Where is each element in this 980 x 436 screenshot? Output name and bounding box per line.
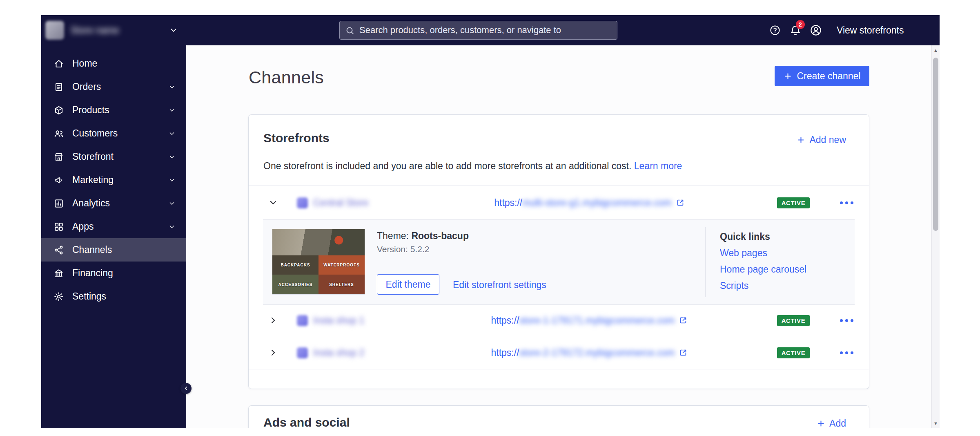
row-actions-button[interactable]	[824, 351, 869, 354]
scroll-down-arrow[interactable]: ▼	[932, 421, 940, 426]
sidebar-item-storefront[interactable]: Storefront	[41, 145, 186, 168]
external-link-icon[interactable]	[679, 348, 688, 357]
storefront-row-2: Insta shop 1 https://store-1-179171.mybi…	[249, 305, 869, 336]
sidebar: Home Orders Products Customers Storefron…	[41, 45, 186, 428]
search-input[interactable]	[339, 21, 617, 40]
page-title: Channels	[249, 67, 324, 87]
quick-link-web-pages[interactable]: Web pages	[720, 248, 806, 259]
create-channel-button[interactable]: Create channel	[775, 66, 869, 86]
sidebar-item-label: Products	[72, 105, 109, 116]
ads-social-card: Ads and social Add	[248, 405, 869, 428]
storefronts-card-title: Storefronts	[263, 131, 330, 145]
tile-label: BACKPACKS	[281, 263, 310, 267]
storefront-detail-panel: BACKPACKS WATERPROOFS ACCESSORIES SHELTE…	[263, 219, 855, 305]
storefronts-card: Storefronts Add new One storefront is in…	[248, 114, 869, 389]
theme-info: Theme: Roots-bacup Version: 5.2.2	[377, 230, 469, 254]
sidebar-collapse-button[interactable]	[180, 383, 192, 394]
plus-icon	[817, 419, 825, 428]
theme-label: Theme:	[377, 230, 409, 241]
sidebar-item-channels[interactable]: Channels	[41, 238, 186, 262]
theme-thumb-tile: BACKPACKS	[272, 255, 318, 275]
app-window: Store name 2	[41, 15, 940, 428]
sidebar-item-orders[interactable]: Orders	[41, 75, 186, 98]
ads-add-link[interactable]: Add	[817, 418, 846, 428]
quick-link-scripts[interactable]: Scripts	[720, 280, 806, 291]
learn-more-link[interactable]: Learn more	[634, 161, 682, 171]
storefronts-description: One storefront is included and you are a…	[263, 161, 682, 172]
sidebar-item-label: Customers	[72, 128, 118, 139]
scrollbar-thumb[interactable]	[933, 58, 938, 231]
storefront-url-cell: https://store-1-179171.mybigcommerce.com	[416, 315, 763, 326]
chevron-left-icon	[183, 385, 189, 391]
add-new-storefront-link[interactable]: Add new	[797, 134, 846, 145]
theme-name: Roots-bacup	[411, 230, 469, 241]
url-prefix: https://	[491, 315, 519, 326]
theme-thumb-tile: SHELTERS	[318, 275, 365, 294]
sidebar-item-label: Financing	[72, 268, 113, 279]
expand-row-button[interactable]	[268, 348, 281, 358]
store-switcher[interactable]: Store name	[41, 15, 186, 45]
row-actions-button[interactable]	[824, 319, 869, 322]
external-link-icon[interactable]	[679, 316, 688, 325]
chevron-down-icon	[168, 200, 176, 207]
sidebar-item-financing[interactable]: Financing	[41, 262, 186, 285]
storefront-url-cell: https://store-2-179172.mybigcommerce.com	[416, 347, 763, 358]
url-prefix: https://	[494, 197, 522, 208]
description-text: One storefront is included and you are a…	[263, 161, 631, 171]
row-actions-button[interactable]	[824, 201, 869, 204]
account-button[interactable]	[806, 15, 826, 45]
sidebar-item-marketing[interactable]: Marketing	[41, 168, 186, 192]
quick-link-home-page-carousel[interactable]: Home page carousel	[720, 264, 806, 275]
sidebar-item-home[interactable]: Home	[41, 52, 186, 75]
create-channel-label: Create channel	[797, 71, 861, 82]
theme-thumb-hero	[272, 229, 365, 255]
sidebar-item-label: Analytics	[72, 198, 110, 209]
chevron-down-icon	[168, 223, 176, 230]
expand-row-button[interactable]	[268, 315, 281, 325]
scroll-up-arrow[interactable]: ▲	[932, 48, 940, 53]
add-new-label: Add new	[809, 134, 846, 145]
chevron-down-icon	[168, 177, 176, 184]
sidebar-item-label: Storefront	[72, 151, 114, 162]
edit-storefront-settings-link[interactable]: Edit storefront settings	[453, 279, 546, 291]
sidebar-item-label: Orders	[72, 81, 101, 92]
storefront-url[interactable]: https://store-2-179172.mybigcommerce.com	[491, 347, 675, 358]
sidebar-item-products[interactable]: Products	[41, 98, 186, 122]
storefront-name[interactable]: Insta shop 1	[313, 315, 416, 326]
storefront-icon	[53, 152, 64, 162]
search-icon	[345, 26, 355, 36]
view-storefronts-link[interactable]: View storefronts	[826, 25, 920, 36]
storefront-avatar	[297, 315, 308, 326]
url-redacted: store-1-179171.mybigcommerce.com	[519, 315, 675, 326]
tile-label: WATERPROOFS	[323, 263, 360, 267]
apps-icon	[53, 221, 64, 232]
notifications-button[interactable]: 2	[785, 15, 806, 45]
storefront-name[interactable]: Insta shop 2	[313, 347, 416, 358]
chevron-down-icon	[169, 26, 178, 35]
global-search	[339, 21, 617, 40]
external-link-icon[interactable]	[676, 198, 685, 207]
status-badge: ACTIVE	[777, 197, 810, 208]
sidebar-item-customers[interactable]: Customers	[41, 122, 186, 145]
store-name: Store name	[71, 25, 119, 36]
products-icon	[53, 105, 64, 116]
theme-version: Version: 5.2.2	[377, 244, 469, 254]
help-button[interactable]	[765, 15, 785, 45]
topbar: Store name 2	[41, 15, 940, 45]
theme-thumb-tile: WATERPROOFS	[318, 255, 365, 275]
ads-add-label: Add	[829, 418, 846, 428]
tile-label: SHELTERS	[329, 282, 354, 287]
sidebar-item-label: Home	[72, 58, 97, 69]
collapse-row-button[interactable]	[268, 198, 281, 208]
storefront-avatar	[297, 347, 308, 358]
marketing-icon	[53, 175, 64, 186]
storefront-url[interactable]: https://store-1-179171.mybigcommerce.com	[491, 315, 675, 326]
sidebar-item-settings[interactable]: Settings	[41, 285, 186, 308]
sidebar-item-analytics[interactable]: Analytics	[41, 192, 186, 215]
storefront-name[interactable]: Central Store	[313, 197, 416, 208]
storefront-url[interactable]: https://multi-store-g1.mybigcommerce.com	[494, 197, 672, 208]
edit-theme-button[interactable]: Edit theme	[377, 274, 439, 295]
sidebar-item-apps[interactable]: Apps	[41, 215, 186, 238]
sidebar-item-label: Apps	[72, 221, 94, 232]
scrollbar[interactable]: ▲ ▼	[931, 45, 940, 428]
